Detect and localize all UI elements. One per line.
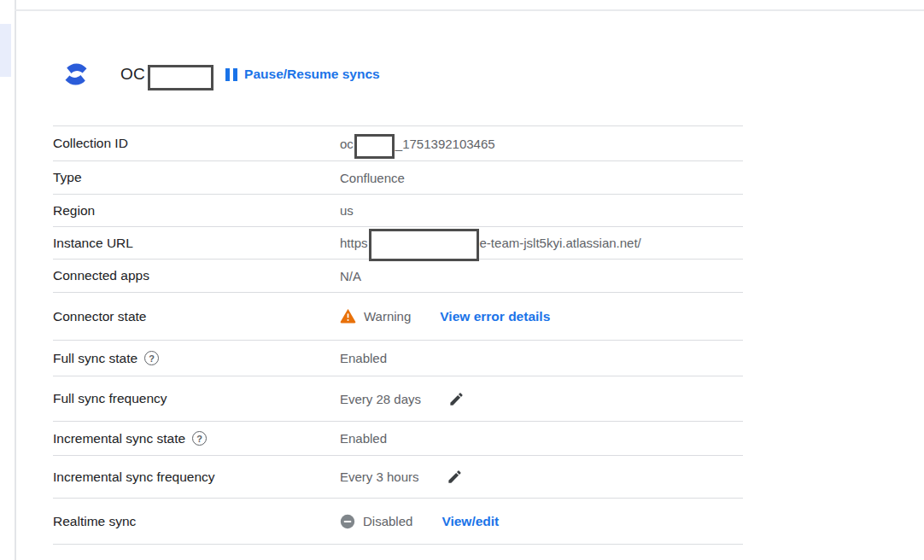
collection-header: OC Pause/Resume syncs	[64, 58, 380, 90]
warning-icon	[340, 309, 356, 324]
connected-apps-value: N/A	[340, 269, 743, 283]
disabled-icon	[340, 514, 355, 529]
type-value: Confluence	[340, 171, 743, 185]
value-prefix: oc	[340, 137, 354, 151]
instance-url-value: https e-team-jslt5kyi.atlassian.net/	[340, 227, 743, 260]
help-icon[interactable]: ?	[192, 431, 207, 446]
row-label: Collection ID	[53, 136, 340, 151]
redaction-box	[148, 65, 213, 90]
row-label: Incremental sync state ?	[53, 431, 340, 446]
connector-state-text: Warning	[364, 309, 411, 324]
collection-details-table: Collection ID oc _1751392103465 Type Con…	[53, 125, 743, 545]
row-label: Region	[53, 203, 340, 219]
table-row: Incremental sync state ? Enabled	[53, 421, 743, 455]
table-row: Collection ID oc _1751392103465	[53, 125, 743, 160]
row-label: Connected apps	[53, 268, 340, 283]
table-row: Connected apps N/A	[53, 259, 743, 292]
full-sync-state-value: Enabled	[340, 351, 743, 365]
value-suffix: _1751392103465	[395, 137, 495, 151]
incremental-sync-state-value: Enabled	[340, 431, 743, 446]
collection-name: OC	[120, 65, 145, 84]
region-value: us	[340, 203, 743, 218]
table-row: Full sync frequency Every 28 days	[53, 376, 743, 421]
realtime-sync-value: Disabled View/edit	[340, 514, 743, 529]
collection-id-value: oc _1751392103465	[340, 131, 743, 156]
row-label-text: Incremental sync state	[53, 431, 185, 446]
row-label: Full sync state ?	[53, 351, 340, 366]
table-row: Incremental sync frequency Every 3 hours	[53, 455, 743, 498]
table-row: Connector state Warning View error detai…	[53, 292, 743, 340]
help-icon[interactable]: ?	[144, 351, 159, 365]
sidebar-divider	[15, 0, 16, 560]
table-row: Full sync state ? Enabled	[53, 340, 743, 376]
row-label: Connector state	[53, 309, 340, 324]
realtime-sync-text: Disabled	[363, 514, 412, 528]
value-suffix: e-team-jslt5kyi.atlassian.net/	[480, 236, 641, 250]
row-label: Instance URL	[53, 236, 340, 251]
table-row: Type Confluence	[53, 160, 743, 194]
pause-resume-syncs-button[interactable]: Pause/Resume syncs	[225, 67, 380, 82]
connector-state-value: Warning View error details	[340, 309, 743, 324]
sidebar-selected-item-edge	[0, 24, 11, 77]
redaction-box	[354, 134, 395, 159]
confluence-logo-icon	[64, 63, 88, 85]
frequency-text: Every 3 hours	[340, 470, 419, 484]
edit-pencil-icon[interactable]	[447, 469, 463, 485]
frequency-text: Every 28 days	[340, 392, 421, 406]
collection-details-page: OC Pause/Resume syncs Collection ID oc _…	[0, 0, 924, 560]
pause-icon	[225, 68, 237, 81]
panel-top-divider	[15, 9, 924, 11]
row-label: Incremental sync frequency	[53, 470, 340, 485]
view-edit-link[interactable]: View/edit	[442, 514, 499, 529]
view-error-details-link[interactable]: View error details	[440, 309, 550, 324]
full-sync-frequency-value: Every 28 days	[340, 391, 743, 407]
row-label-text: Full sync state	[53, 351, 137, 366]
table-row: Region us	[53, 194, 743, 226]
edit-pencil-icon[interactable]	[448, 391, 465, 407]
row-label: Realtime sync	[53, 514, 340, 529]
table-row: Realtime sync Disabled View/edit	[53, 498, 743, 544]
row-label: Full sync frequency	[53, 391, 340, 406]
value-prefix: https	[340, 236, 368, 250]
pause-resume-label: Pause/Resume syncs	[244, 67, 380, 82]
row-label: Type	[53, 170, 340, 185]
table-row: Instance URL https e-team-jslt5kyi.atlas…	[53, 226, 743, 259]
incremental-sync-frequency-value: Every 3 hours	[340, 469, 743, 485]
redaction-box	[369, 229, 479, 261]
